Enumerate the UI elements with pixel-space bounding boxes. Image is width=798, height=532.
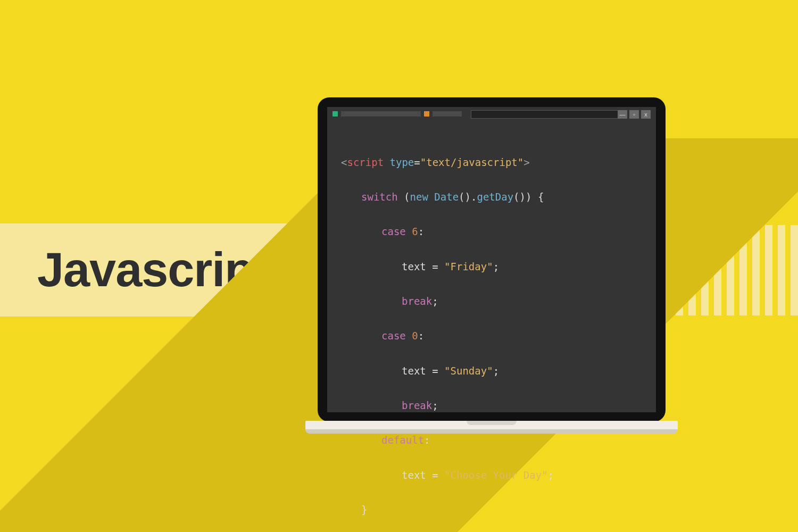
tab-inactive <box>433 111 462 117</box>
editor-window: — ▫ x <script type="text/javascript"> sw… <box>327 107 656 412</box>
maximize-icon[interactable]: ▫ <box>629 110 639 119</box>
tab-indicator-icon <box>332 111 338 117</box>
address-bar <box>471 110 625 119</box>
laptop-screen-frame: — ▫ x <script type="text/javascript"> sw… <box>318 97 666 422</box>
minimize-icon[interactable]: — <box>618 110 627 119</box>
code-block: <script type="text/javascript"> switch (… <box>341 136 554 532</box>
close-icon[interactable]: x <box>641 110 651 119</box>
tab-strip <box>332 111 462 117</box>
laptop: — ▫ x <script type="text/javascript"> sw… <box>318 97 678 433</box>
window-controls: — ▫ x <box>618 110 651 119</box>
tab-inactive <box>341 111 421 117</box>
tab-indicator-icon <box>424 111 429 117</box>
